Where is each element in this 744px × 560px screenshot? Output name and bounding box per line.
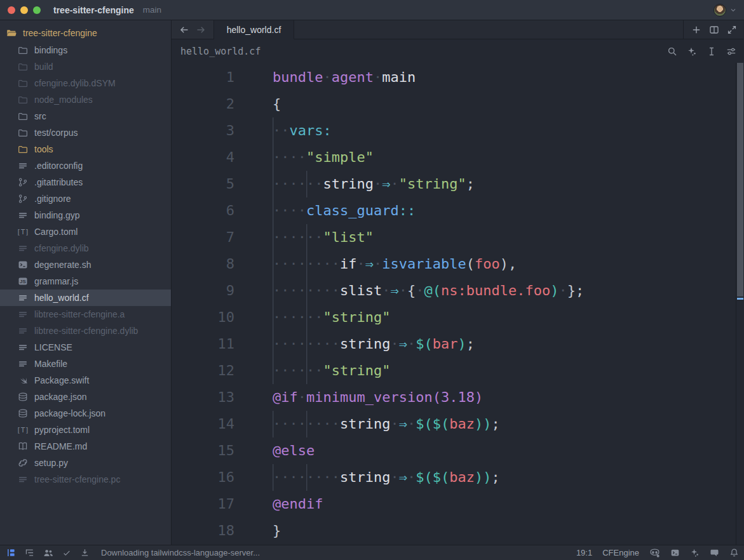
file-tree-item[interactable]: package-lock.json	[0, 405, 171, 422]
code-line[interactable]: 3··vars:	[172, 117, 743, 144]
code-line[interactable]: 11········string·⇒·$(bar);	[172, 331, 743, 357]
code-text: ······"list"	[273, 229, 374, 245]
code-token: string	[340, 464, 390, 491]
code-line[interactable]: 13@if·minimum_version(3.18)	[172, 384, 743, 411]
breadcrumb[interactable]: hello_world.cf	[172, 46, 260, 57]
file-tree-item[interactable]: cfengine.dylib.dSYM	[0, 75, 171, 91]
file-tree-item[interactable]: Cargo.toml	[0, 223, 171, 240]
file-tree-item[interactable]: node_modules	[0, 91, 171, 108]
editor-scrollbar[interactable]	[736, 63, 743, 545]
folder-icon	[18, 62, 28, 72]
line-number: 10	[172, 304, 234, 331]
file-tree-item[interactable]: Makefile	[0, 356, 171, 372]
code-token: (	[466, 251, 475, 277]
code-token: if	[340, 251, 357, 277]
code-line[interactable]: 1bundle·agent·main	[172, 64, 743, 91]
code-token: ·	[382, 277, 390, 304]
scrollbar-thumb[interactable]	[737, 63, 743, 297]
file-tree-item[interactable]: tools	[0, 141, 171, 157]
language-selector[interactable]: CFEngine	[602, 548, 639, 557]
arrow-right-icon[interactable]	[196, 25, 206, 35]
file-tree-item[interactable]: setup.py	[0, 455, 171, 471]
text-cursor-icon[interactable]	[705, 46, 719, 57]
copilot-icon[interactable]	[649, 547, 660, 558]
chat-panel-icon[interactable]	[710, 548, 719, 557]
code-line[interactable]: 5······string·⇒·"string";	[172, 171, 743, 197]
code-line[interactable]: 15@else	[172, 437, 743, 464]
code-token: ···	[281, 357, 306, 384]
editor-controls-icon[interactable]	[724, 46, 738, 57]
code-token: ···	[281, 171, 306, 197]
code-token: ·	[273, 197, 281, 224]
git-branch-label[interactable]: main	[143, 5, 161, 15]
swift-file-icon	[18, 375, 28, 385]
chevron-down-icon[interactable]	[729, 6, 738, 15]
code-line[interactable]: 14········string·⇒·$($(baz));	[172, 411, 743, 437]
code-line[interactable]: 9········slist·⇒·{·@(ns:bundle.foo)·};	[172, 277, 743, 304]
terminal-panel-icon[interactable]	[670, 548, 680, 557]
file-tree-item[interactable]: README.md	[0, 438, 171, 455]
file-tree-item[interactable]: Package.swift	[0, 372, 171, 389]
file-tree-item[interactable]: package.json	[0, 389, 171, 405]
file-tree-item[interactable]: degenerate.sh	[0, 257, 171, 273]
folder-tree-root[interactable]: tree-sitter-cfengine	[0, 24, 171, 42]
tab-hello-world-cf[interactable]: hello_world.cf	[214, 20, 294, 39]
code-token: ·	[273, 224, 281, 251]
code-token: "string"	[323, 357, 391, 384]
collab-panel-icon[interactable]	[43, 548, 53, 558]
code-line[interactable]: 8········if·⇒·isvariable(foo),	[172, 251, 743, 277]
plus-icon[interactable]	[691, 25, 701, 35]
cursor-position[interactable]: 19:1	[576, 548, 592, 557]
code-token: ·	[306, 357, 315, 384]
file-tree-item[interactable]: cfengine.dylib	[0, 240, 171, 257]
file-tree-item[interactable]: LICENSE	[0, 339, 171, 356]
code-line[interactable]: 17@endif	[172, 491, 743, 517]
code-line[interactable]: 16········string·⇒·$($(baz));	[172, 464, 743, 491]
file-tree-item[interactable]: grammar.js	[0, 273, 171, 290]
file-tree-item[interactable]: hello_world.cf	[0, 290, 171, 306]
file-tree-item[interactable]: libtree-sitter-cfengine.a	[0, 306, 171, 323]
file-tree-item[interactable]: binding.gyp	[0, 207, 171, 223]
code-line[interactable]: 7······"list"	[172, 224, 743, 251]
outline-panel-icon[interactable]	[25, 548, 34, 557]
expand-icon[interactable]	[727, 25, 737, 35]
file-tree-item[interactable]: pyproject.toml	[0, 422, 171, 438]
editor[interactable]: 1bundle·agent·main2{3··vars:4····"simple…	[172, 63, 743, 545]
code-line[interactable]: 6····class_guard::	[172, 197, 743, 224]
file-tree-item[interactable]: test/corpus	[0, 124, 171, 141]
assistant-icon[interactable]	[690, 548, 700, 557]
minimize-button[interactable]	[20, 6, 28, 14]
file-tree-item[interactable]: tree-sitter-cfengine.pc	[0, 471, 171, 488]
diagnostics-check-icon[interactable]	[62, 549, 71, 557]
notifications-bell-icon[interactable]	[729, 548, 739, 557]
file-name: tools	[34, 144, 53, 154]
code-line[interactable]: 2{	[172, 91, 743, 117]
file-tree-item[interactable]: .gitignore	[0, 190, 171, 207]
user-avatar[interactable]	[714, 4, 726, 17]
code-line[interactable]: 10······"string"	[172, 304, 743, 331]
code-token: ···	[281, 331, 306, 357]
file-tree-item[interactable]: build	[0, 58, 171, 75]
code-text: @else	[273, 443, 315, 458]
code-line[interactable]: 18}	[172, 517, 743, 544]
split-pane-icon[interactable]	[709, 25, 719, 35]
close-button[interactable]	[8, 6, 15, 14]
file-tree-item[interactable]: .gitattributes	[0, 174, 171, 190]
file-tree-item[interactable]: .editorconfig	[0, 157, 171, 174]
inline-assist-icon[interactable]	[685, 46, 699, 57]
file-tree-item[interactable]: bindings	[0, 42, 171, 58]
zoom-button[interactable]	[33, 6, 41, 14]
scrollbar-cursor-marker	[737, 298, 743, 300]
file-name: .gitignore	[34, 194, 71, 204]
file-tree-item[interactable]: libtree-sitter-cfengine.dylib	[0, 323, 171, 339]
file-tree-item[interactable]: src	[0, 108, 171, 124]
arrow-left-icon[interactable]	[179, 25, 189, 35]
project-panel-icon[interactable]	[6, 548, 16, 557]
editor-toolbar: hello_world.cf	[172, 39, 743, 63]
search-icon[interactable]	[665, 46, 679, 57]
code-line[interactable]: 4····"simple"	[172, 144, 743, 171]
code-token: slist	[340, 277, 382, 304]
code-token: ⇒	[365, 251, 374, 277]
file-name: build	[34, 62, 53, 72]
code-line[interactable]: 12······"string"	[172, 357, 743, 384]
